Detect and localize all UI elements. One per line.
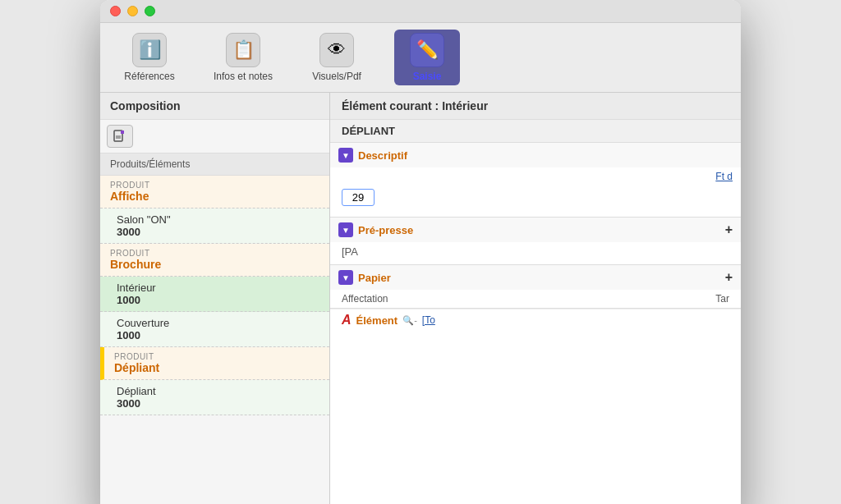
- pre-presse-content: [PA: [330, 242, 741, 264]
- child-name-salon: Salon "ON": [117, 213, 319, 226]
- descriptif-arrow[interactable]: ▼: [338, 148, 353, 163]
- tab-references[interactable]: ℹ️ Références: [117, 30, 182, 85]
- section-pre-presse: ▼ Pré-presse + [PA: [330, 218, 741, 265]
- element-a-icon: A: [342, 313, 352, 328]
- produit-depliant[interactable]: PRODUIT Dépliant: [100, 347, 329, 380]
- ft-badge[interactable]: Ft d: [715, 171, 733, 182]
- child-interieur[interactable]: Intérieur 1000: [100, 277, 329, 312]
- child-qty-salon: 3000: [117, 226, 319, 238]
- child-couverture[interactable]: Couverture 1000: [100, 312, 329, 347]
- papier-affectation-row: Affectation Tar: [330, 290, 741, 308]
- element-row: A Élément 🔍- [To: [330, 309, 741, 331]
- produit-affiche[interactable]: PRODUIT Affiche: [100, 176, 329, 208]
- visuels-label: Visuels/Pdf: [312, 71, 361, 82]
- tab-saisie[interactable]: ✏️ Saisie: [394, 30, 460, 85]
- composition-header: Composition: [100, 93, 329, 120]
- papier-arrow[interactable]: ▼: [338, 270, 353, 285]
- references-label: Références: [124, 71, 174, 82]
- pre-presse-title: Pré-presse: [358, 224, 720, 236]
- pre-presse-add[interactable]: +: [725, 222, 733, 237]
- main-window: ℹ️ Références 📋 Infos et notes 👁 Visuels…: [100, 0, 741, 504]
- child-name-interieur: Intérieur: [117, 282, 319, 294]
- pre-presse-text: [PA: [342, 245, 358, 258]
- papier-add[interactable]: +: [725, 270, 733, 285]
- produit-label-affiche: PRODUIT: [110, 181, 319, 190]
- left-panel: Composition Produits/Éléments PRODUIT: [100, 93, 330, 504]
- affectation-label: Affectation: [342, 293, 388, 305]
- pre-presse-arrow[interactable]: ▼: [338, 222, 353, 237]
- section-descriptif: ▼ Descriptif Ft d: [330, 143, 741, 218]
- element-bracket[interactable]: [To: [422, 314, 435, 326]
- saisie-icon: ✏️: [410, 33, 444, 67]
- descriptif-input[interactable]: [342, 189, 375, 206]
- infos-label: Infos et notes: [214, 71, 273, 82]
- tab-visuels[interactable]: 👁 Visuels/Pdf: [304, 30, 370, 85]
- section-pre-presse-row: ▼ Pré-presse +: [330, 218, 741, 242]
- section-papier: ▼ Papier + Affectation Tar: [330, 265, 741, 309]
- tree-header: Produits/Éléments: [100, 153, 329, 176]
- element-label: Élément: [356, 314, 398, 327]
- toolbar: ℹ️ Références 📋 Infos et notes 👁 Visuels…: [100, 23, 741, 93]
- produit-name-brochure: Brochure: [110, 258, 319, 271]
- references-icon: ℹ️: [132, 33, 167, 67]
- visuels-icon: 👁: [319, 33, 354, 67]
- tar-label: Tar: [715, 293, 729, 305]
- right-panel: Élément courant : Intérieur DÉPLIANT ▼ D…: [330, 93, 741, 504]
- saisie-label: Saisie: [413, 71, 442, 82]
- depliant-header: DÉPLIANT: [330, 120, 741, 143]
- child-name-couverture: Couverture: [117, 317, 319, 329]
- child-depliant[interactable]: Dépliant 3000: [100, 380, 329, 415]
- svg-rect-2: [121, 131, 124, 134]
- section-descriptif-row: ▼ Descriptif: [330, 143, 741, 167]
- composition-toolbar: [100, 120, 329, 153]
- child-name-depliant: Dépliant: [117, 385, 319, 397]
- descriptif-title: Descriptif: [358, 149, 733, 162]
- import-button[interactable]: [107, 125, 133, 148]
- produit-label-depliant: PRODUIT: [114, 352, 319, 361]
- infos-icon: 📋: [226, 33, 260, 67]
- produit-label-brochure: PRODUIT: [110, 249, 319, 258]
- child-salon[interactable]: Salon "ON" 3000: [100, 208, 329, 244]
- section-papier-row: ▼ Papier +: [330, 265, 741, 290]
- tab-infos[interactable]: 📋 Infos et notes: [207, 30, 279, 85]
- produit-brochure[interactable]: PRODUIT Brochure: [100, 244, 329, 277]
- papier-title: Papier: [358, 272, 720, 284]
- minimize-button[interactable]: [127, 6, 138, 16]
- right-panel-header: Élément courant : Intérieur: [330, 93, 741, 120]
- close-button[interactable]: [110, 6, 121, 16]
- descriptif-content: Ft d: [330, 167, 741, 217]
- tree-content: PRODUIT Affiche Salon "ON" 3000 PRODUIT …: [100, 176, 329, 504]
- maximize-button[interactable]: [145, 6, 155, 16]
- child-qty-interieur: 1000: [117, 294, 319, 306]
- produit-name-depliant: Dépliant: [114, 361, 319, 374]
- produit-name-affiche: Affiche: [110, 190, 319, 203]
- element-search-icon[interactable]: 🔍-: [402, 315, 417, 326]
- child-qty-couverture: 1000: [117, 329, 319, 341]
- child-qty-depliant: 3000: [117, 397, 319, 410]
- main-content: Composition Produits/Éléments PRODUIT: [100, 93, 741, 504]
- titlebar: [100, 0, 741, 23]
